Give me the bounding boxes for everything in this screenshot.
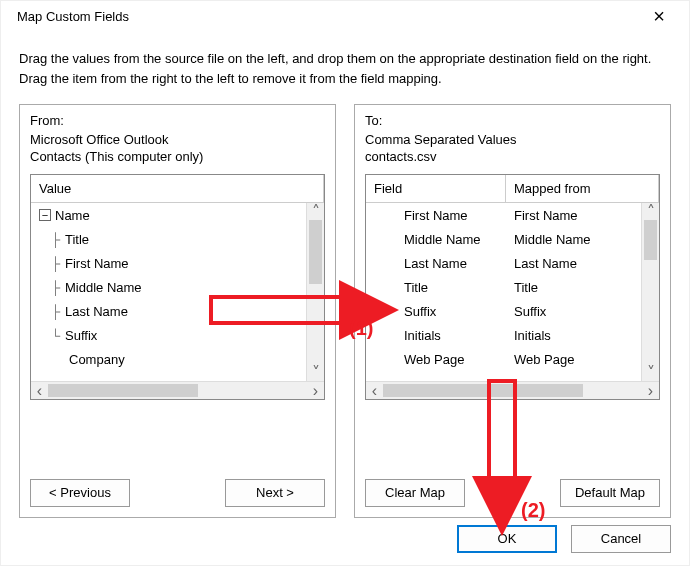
dialog-body: Drag the values from the source file on …: [1, 31, 689, 528]
chevron-down-icon[interactable]: ˅: [307, 364, 324, 381]
mapped-cell: Middle Name: [514, 232, 642, 247]
chevron-left-icon[interactable]: ‹: [31, 382, 48, 399]
mapped-cell: Web Page: [514, 352, 642, 367]
titlebar: Map Custom Fields ×: [1, 1, 689, 31]
field-cell: Suffix: [374, 304, 514, 319]
tree-root-label: Name: [55, 208, 90, 223]
from-listbox[interactable]: Value − Name ├ Title ├ First: [30, 174, 325, 400]
clear-map-button[interactable]: Clear Map: [365, 479, 465, 507]
horizontal-scrollbar[interactable]: ‹ ›: [366, 381, 659, 399]
vertical-scrollbar[interactable]: ˄ ˅: [306, 203, 324, 381]
from-panel-buttons: < Previous Next >: [30, 479, 325, 507]
dialog-map-custom-fields: Map Custom Fields × Drag the values from…: [0, 0, 690, 566]
instructions-text: Drag the values from the source file on …: [19, 49, 671, 88]
from-header-value: Value: [31, 175, 324, 202]
from-panel: From: Microsoft Office Outlook Contacts …: [19, 104, 336, 518]
to-panel: To: Comma Separated Values contacts.csv …: [354, 104, 671, 518]
to-listbox[interactable]: Field Mapped from First Name First Name …: [365, 174, 660, 400]
chevron-down-icon[interactable]: ˅: [642, 364, 659, 381]
tree-root-name[interactable]: − Name: [31, 203, 324, 227]
next-button[interactable]: Next >: [225, 479, 325, 507]
tree-item-label: Middle Name: [65, 280, 142, 295]
horizontal-scrollbar[interactable]: ‹ ›: [31, 381, 324, 399]
field-cell: First Name: [374, 208, 514, 223]
mapped-cell: Title: [514, 280, 642, 295]
mapped-cell: Last Name: [514, 256, 642, 271]
tree-item-first-name[interactable]: ├ First Name: [31, 251, 324, 275]
chevron-left-icon[interactable]: ‹: [366, 382, 383, 399]
field-cell: Initials: [374, 328, 514, 343]
scroll-track[interactable]: [307, 220, 324, 364]
to-header-field: Field: [366, 175, 506, 202]
tree-item-label: First Name: [65, 256, 129, 271]
from-list-body[interactable]: − Name ├ Title ├ First Name ├: [31, 203, 324, 381]
table-row[interactable]: Middle Name Middle Name: [366, 227, 659, 251]
from-subset: Contacts (This computer only): [30, 149, 325, 164]
tree-item-label: Suffix: [65, 328, 97, 343]
to-dest: Comma Separated Values: [365, 132, 660, 147]
scroll-track[interactable]: [642, 220, 659, 364]
scroll-track[interactable]: [48, 382, 307, 399]
table-row[interactable]: Last Name Last Name: [366, 251, 659, 275]
scroll-thumb[interactable]: [309, 220, 322, 284]
to-header: Field Mapped from: [366, 175, 659, 203]
table-row[interactable]: Title Title: [366, 275, 659, 299]
tree-connector-icon: ├: [51, 304, 65, 319]
cancel-button[interactable]: Cancel: [571, 525, 671, 553]
tree-connector-icon: ├: [51, 232, 65, 247]
scroll-track[interactable]: [383, 382, 642, 399]
tree-item-middle-name[interactable]: ├ Middle Name: [31, 275, 324, 299]
table-row[interactable]: First Name First Name: [366, 203, 659, 227]
from-label: From:: [30, 113, 325, 128]
dialog-title: Map Custom Fields: [17, 9, 129, 24]
mapped-cell: First Name: [514, 208, 642, 223]
to-file: contacts.csv: [365, 149, 660, 164]
chevron-up-icon[interactable]: ˄: [642, 203, 659, 220]
from-header: Value: [31, 175, 324, 203]
field-cell: Middle Name: [374, 232, 514, 247]
default-map-button[interactable]: Default Map: [560, 479, 660, 507]
field-cell: Title: [374, 280, 514, 295]
scroll-thumb[interactable]: [383, 384, 583, 397]
chevron-right-icon[interactable]: ›: [642, 382, 659, 399]
tree-item-title[interactable]: ├ Title: [31, 227, 324, 251]
tree-connector-icon: ├: [51, 256, 65, 271]
tree-item-label: Title: [65, 232, 89, 247]
from-source: Microsoft Office Outlook: [30, 132, 325, 147]
vertical-scrollbar[interactable]: ˄ ˅: [641, 203, 659, 381]
mapped-cell: Initials: [514, 328, 642, 343]
tree-connector-icon: ├: [51, 280, 65, 295]
to-list-body[interactable]: First Name First Name Middle Name Middle…: [366, 203, 659, 381]
tree-item-label: Company: [69, 352, 125, 367]
ok-button[interactable]: OK: [457, 525, 557, 553]
tree-item-company[interactable]: Company: [31, 347, 324, 371]
dialog-buttons: OK Cancel: [457, 525, 671, 553]
field-cell: Last Name: [374, 256, 514, 271]
to-panel-buttons: Clear Map Default Map: [365, 479, 660, 507]
mapped-cell: Suffix: [514, 304, 642, 319]
tree-item-suffix[interactable]: └ Suffix: [31, 323, 324, 347]
panels-row: From: Microsoft Office Outlook Contacts …: [19, 104, 671, 518]
close-icon[interactable]: ×: [639, 1, 679, 31]
chevron-up-icon[interactable]: ˄: [307, 203, 324, 220]
scroll-thumb[interactable]: [644, 220, 657, 260]
tree-item-last-name[interactable]: ├ Last Name: [31, 299, 324, 323]
collapse-icon[interactable]: −: [39, 209, 51, 221]
tree-connector-icon: └: [51, 328, 65, 343]
scroll-thumb[interactable]: [48, 384, 198, 397]
table-row[interactable]: Web Page Web Page: [366, 347, 659, 371]
table-row[interactable]: Suffix Suffix: [366, 299, 659, 323]
field-cell: Web Page: [374, 352, 514, 367]
table-row[interactable]: Initials Initials: [366, 323, 659, 347]
previous-button[interactable]: < Previous: [30, 479, 130, 507]
to-label: To:: [365, 113, 660, 128]
chevron-right-icon[interactable]: ›: [307, 382, 324, 399]
to-header-mapped: Mapped from: [506, 175, 659, 202]
tree-item-label: Last Name: [65, 304, 128, 319]
